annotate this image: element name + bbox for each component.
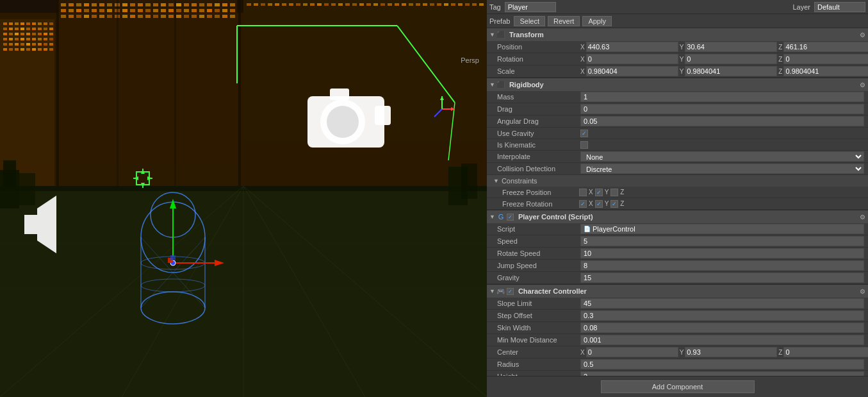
- player-control-header[interactable]: ▼ G Player Control (Script) ⚙: [487, 210, 868, 223]
- svg-rect-113: [130, 15, 135, 18]
- svg-rect-19: [44, 28, 47, 30]
- min-move-dist-input[interactable]: [580, 335, 864, 345]
- center-y-input[interactable]: [685, 347, 777, 357]
- scale-y-input[interactable]: [685, 66, 777, 76]
- svg-rect-9: [38, 22, 42, 25]
- rot-x-input[interactable]: [586, 54, 678, 64]
- collision-detection-row: Collision Detection Discrete Continuous …: [487, 163, 868, 175]
- rot-x-label: X: [580, 56, 585, 63]
- svg-rect-87: [107, 9, 112, 12]
- apply-button[interactable]: Apply: [582, 16, 612, 26]
- interpolate-select[interactable]: None Interpolate Extrapolate: [580, 151, 864, 162]
- svg-rect-127: [56, 0, 59, 189]
- svg-rect-32: [15, 38, 19, 40]
- use-gravity-checkbox[interactable]: [580, 130, 588, 137]
- slope-limit-input[interactable]: [580, 298, 864, 308]
- freeze-rot-x-checkbox[interactable]: [579, 200, 587, 208]
- svg-rect-130: [174, 0, 176, 189]
- radius-input[interactable]: [580, 359, 864, 369]
- svg-rect-37: [44, 38, 47, 40]
- svg-rect-79: [222, 3, 227, 6]
- revert-button[interactable]: Revert: [548, 16, 580, 26]
- rot-z-input[interactable]: [783, 54, 868, 64]
- add-component-button[interactable]: Add Component: [601, 380, 755, 393]
- svg-rect-100: [207, 9, 212, 12]
- gravity-input[interactable]: [580, 273, 864, 283]
- svg-rect-82: [69, 9, 74, 12]
- rotate-speed-input[interactable]: [580, 248, 864, 258]
- script-field[interactable]: 📄 PlayerControl: [580, 224, 864, 234]
- select-button[interactable]: Select: [514, 16, 545, 26]
- svg-rect-141: [310, 3, 315, 6]
- character-controller-enable-checkbox[interactable]: [507, 288, 514, 295]
- rot-y-input[interactable]: [685, 54, 777, 64]
- tag-value[interactable]: Player: [505, 2, 556, 12]
- interpolate-label: Interpolate: [497, 153, 580, 160]
- svg-rect-138: [289, 3, 293, 6]
- transform-settings-icon[interactable]: ⚙: [860, 31, 865, 38]
- center-z-input[interactable]: [783, 347, 868, 357]
- svg-rect-22: [9, 33, 13, 35]
- constraints-header[interactable]: ▼ Constraints: [487, 175, 868, 187]
- freeze-pos-x-checkbox[interactable]: [579, 189, 587, 196]
- scale-x-input[interactable]: [586, 66, 678, 76]
- interpolate-row: Interpolate None Interpolate Extrapolate: [487, 151, 868, 163]
- svg-rect-107: [84, 15, 89, 18]
- viewport: Persp: [0, 0, 487, 397]
- freeze-rot-y-checkbox[interactable]: [595, 200, 603, 208]
- top-bar: Tag Player Layer Default: [487, 0, 868, 14]
- inspector-content[interactable]: ▼ ⬛ Transform ⚙ Position X Y: [487, 28, 868, 376]
- drag-input[interactable]: [580, 104, 864, 114]
- player-control-enable-checkbox[interactable]: [507, 214, 514, 221]
- character-controller-header[interactable]: ▼ 🎮 Character Controller ⚙: [487, 285, 868, 298]
- add-component-bar: Add Component: [487, 376, 868, 397]
- svg-rect-129: [117, 0, 119, 189]
- pos-y-input[interactable]: [685, 42, 777, 52]
- svg-rect-35: [32, 38, 36, 40]
- slope-limit-row: Slope Limit: [487, 298, 868, 310]
- speed-input[interactable]: [580, 236, 864, 246]
- character-controller-settings-icon[interactable]: ⚙: [860, 288, 865, 295]
- angular-drag-input[interactable]: [580, 116, 864, 126]
- layer-value[interactable]: Default: [814, 2, 865, 12]
- svg-rect-135: [268, 3, 272, 6]
- svg-rect-137: [282, 3, 286, 6]
- transform-icon: ⬛: [496, 30, 505, 39]
- skin-width-row: Skin Width: [487, 322, 868, 334]
- rigidbody-settings-icon[interactable]: ⚙: [860, 81, 865, 89]
- collision-detection-select[interactable]: Discrete Continuous Continuous Dynamic: [580, 164, 864, 174]
- center-x-input[interactable]: [586, 347, 678, 357]
- mass-input[interactable]: [580, 92, 864, 102]
- pos-z-label: Z: [778, 44, 782, 51]
- drag-label: Drag: [497, 105, 580, 113]
- speed-label: Speed: [497, 237, 580, 245]
- transform-header[interactable]: ▼ ⬛ Transform ⚙: [487, 28, 868, 41]
- pos-x-input[interactable]: [586, 42, 678, 52]
- svg-rect-74: [184, 3, 189, 6]
- svg-rect-128: [238, 0, 241, 189]
- svg-rect-150: [373, 3, 378, 6]
- is-kinematic-checkbox[interactable]: [580, 141, 588, 149]
- svg-rect-156: [416, 3, 420, 6]
- height-row: Height: [487, 371, 868, 376]
- svg-rect-26: [32, 33, 36, 35]
- svg-rect-118: [168, 15, 174, 18]
- freeze-pos-z-checkbox[interactable]: [610, 189, 618, 196]
- svg-rect-52: [26, 48, 30, 51]
- skin-width-input[interactable]: [580, 323, 864, 333]
- step-offset-input[interactable]: [580, 310, 864, 321]
- rigidbody-header[interactable]: ▼ ⬛ Rigidbody ⚙: [487, 78, 868, 91]
- character-controller-title: Character Controller: [518, 287, 587, 295]
- pos-y-label: Y: [680, 44, 684, 51]
- scale-z-input[interactable]: [783, 66, 868, 76]
- player-control-settings-icon[interactable]: ⚙: [860, 214, 865, 221]
- freeze-rot-z-checkbox[interactable]: [610, 200, 618, 208]
- height-input[interactable]: [580, 371, 864, 376]
- pos-z-input[interactable]: [783, 42, 868, 52]
- slope-limit-label: Slope Limit: [497, 300, 580, 307]
- svg-rect-73: [176, 3, 181, 6]
- prefab-bar: Prefab Select Revert Apply: [487, 14, 868, 28]
- jump-speed-input[interactable]: [580, 260, 864, 271]
- freeze-pos-y-checkbox[interactable]: [595, 189, 603, 196]
- svg-rect-29: [49, 33, 53, 35]
